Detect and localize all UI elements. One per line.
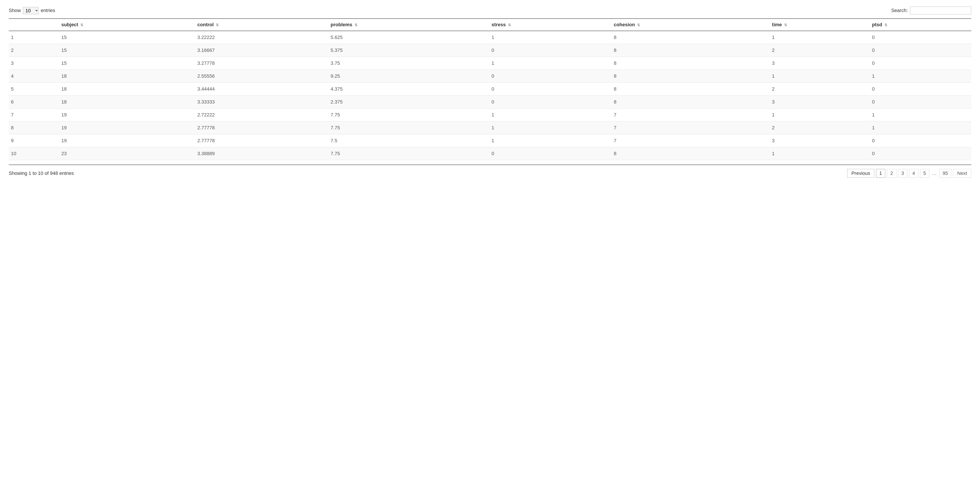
cell-cohesion: 8 (612, 96, 770, 108)
cell-control: 2.77778 (195, 134, 328, 147)
cell-cohesion: 7 (612, 108, 770, 121)
col-subject[interactable]: subject ⇅ (59, 19, 195, 31)
table-row: 4182.555569.250811 (9, 70, 971, 83)
cell-subject: 15 (59, 31, 195, 44)
cell-rownum: 3 (9, 57, 59, 70)
cell-rownum: 7 (9, 108, 59, 121)
search-input[interactable] (910, 6, 971, 14)
cell-rownum: 4 (9, 70, 59, 83)
cell-cohesion: 8 (612, 70, 770, 83)
cell-ptsd: 0 (870, 44, 971, 57)
bottom-controls: Showing 1 to 10 of 948 entries Previous … (9, 164, 971, 178)
cell-rownum: 5 (9, 83, 59, 96)
cell-problems: 7.75 (328, 121, 489, 134)
cell-rownum: 10 (9, 147, 59, 160)
show-entries: Show 10 25 50 100 entries (9, 7, 55, 14)
table-row: 3153.277783.751830 (9, 57, 971, 70)
cell-rownum: 9 (9, 134, 59, 147)
cell-stress: 0 (489, 70, 612, 83)
sort-icon-time: ⇅ (784, 23, 787, 27)
cell-subject: 23 (59, 147, 195, 160)
cell-problems: 9.25 (328, 70, 489, 83)
cell-problems: 7.5 (328, 134, 489, 147)
sort-icon-cohesion: ⇅ (637, 23, 640, 27)
cell-subject: 19 (59, 134, 195, 147)
cell-control: 3.16667 (195, 44, 328, 57)
cell-ptsd: 1 (870, 121, 971, 134)
next-button[interactable]: Next (953, 169, 971, 178)
page-1[interactable]: 1 (876, 169, 885, 178)
top-controls: Show 10 25 50 100 entries Search: (9, 6, 971, 14)
table-row: 2153.166675.3750820 (9, 44, 971, 57)
cell-cohesion: 8 (612, 44, 770, 57)
entries-label: entries (41, 8, 55, 13)
cell-time: 1 (770, 70, 870, 83)
cell-stress: 1 (489, 108, 612, 121)
col-control[interactable]: control ⇅ (195, 19, 328, 31)
cell-problems: 2.375 (328, 96, 489, 108)
col-problems[interactable]: problems ⇅ (328, 19, 489, 31)
table-row: 6183.333332.3750830 (9, 96, 971, 108)
table-row: 10233.388897.750810 (9, 147, 971, 160)
cell-ptsd: 0 (870, 134, 971, 147)
cell-stress: 1 (489, 31, 612, 44)
entries-select[interactable]: 10 25 50 100 (23, 7, 38, 14)
sort-icon-subject: ⇅ (80, 23, 83, 27)
page-3[interactable]: 3 (898, 169, 907, 178)
page-5[interactable]: 5 (920, 169, 929, 178)
cell-problems: 5.625 (328, 31, 489, 44)
col-stress[interactable]: stress ⇅ (489, 19, 612, 31)
cell-stress: 0 (489, 44, 612, 57)
sort-icon-control: ⇅ (216, 23, 219, 27)
showing-text: Showing 1 to 10 of 948 entries (9, 170, 74, 176)
table-row: 7192.722227.751711 (9, 108, 971, 121)
cell-stress: 1 (489, 121, 612, 134)
cell-time: 3 (770, 96, 870, 108)
cell-rownum: 1 (9, 31, 59, 44)
cell-ptsd: 0 (870, 96, 971, 108)
search-box: Search: (891, 6, 971, 14)
cell-ptsd: 0 (870, 83, 971, 96)
cell-time: 3 (770, 134, 870, 147)
cell-control: 2.77778 (195, 121, 328, 134)
page-4[interactable]: 4 (909, 169, 918, 178)
previous-button[interactable]: Previous (847, 169, 874, 178)
page-2[interactable]: 2 (887, 169, 896, 178)
cell-time: 1 (770, 147, 870, 160)
col-ptsd[interactable]: ptsd ⇅ (870, 19, 971, 31)
pagination: Previous 1 2 3 4 5 … 95 Next (847, 169, 971, 178)
table-header-row: subject ⇅ control ⇅ problems ⇅ stress ⇅ … (9, 19, 971, 31)
search-label: Search: (891, 8, 908, 13)
table-row: 8192.777787.751721 (9, 121, 971, 134)
cell-problems: 4.375 (328, 83, 489, 96)
ellipsis: … (931, 169, 937, 177)
cell-stress: 1 (489, 57, 612, 70)
cell-ptsd: 0 (870, 31, 971, 44)
cell-problems: 7.75 (328, 147, 489, 160)
table-row: 1153.222225.6251810 (9, 31, 971, 44)
col-time[interactable]: time ⇅ (770, 19, 870, 31)
col-cohesion[interactable]: cohesion ⇅ (612, 19, 770, 31)
cell-subject: 18 (59, 70, 195, 83)
cell-subject: 18 (59, 83, 195, 96)
data-table: subject ⇅ control ⇅ problems ⇅ stress ⇅ … (9, 18, 971, 160)
cell-problems: 5.375 (328, 44, 489, 57)
cell-control: 3.22222 (195, 31, 328, 44)
cell-subject: 19 (59, 108, 195, 121)
cell-subject: 15 (59, 44, 195, 57)
cell-control: 3.27778 (195, 57, 328, 70)
sort-icon-problems: ⇅ (355, 23, 357, 27)
cell-control: 3.44444 (195, 83, 328, 96)
col-rownum (9, 19, 59, 31)
cell-cohesion: 7 (612, 121, 770, 134)
cell-control: 2.72222 (195, 108, 328, 121)
cell-time: 3 (770, 57, 870, 70)
sort-icon-stress: ⇅ (508, 23, 511, 27)
cell-stress: 0 (489, 96, 612, 108)
cell-stress: 0 (489, 147, 612, 160)
cell-cohesion: 8 (612, 83, 770, 96)
cell-subject: 19 (59, 121, 195, 134)
page-last[interactable]: 95 (939, 169, 951, 178)
sort-icon-ptsd: ⇅ (885, 23, 887, 27)
cell-rownum: 8 (9, 121, 59, 134)
